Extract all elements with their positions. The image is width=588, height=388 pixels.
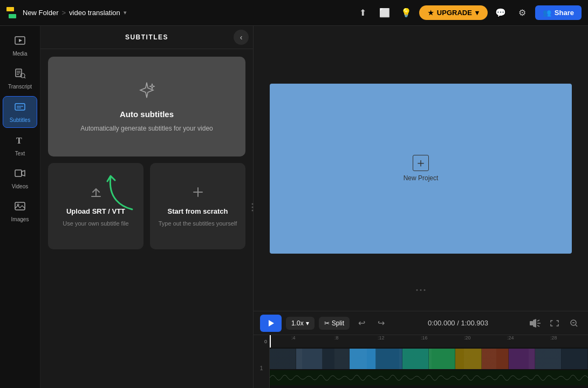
topbar: New Folder > video translation ▾ ⬆ ⬜ 💡 ★… [0,0,588,26]
sidebar-transcript-label: Transcript [8,84,32,90]
svg-line-7 [24,77,25,78]
upload-srt-title: Upload SRT / VTT [66,207,125,215]
undo-button[interactable]: ↩ [354,316,369,331]
svg-rect-8 [15,104,25,110]
zoom-out-button[interactable] [566,316,582,331]
timeline-toolbar: 1.0x ▾ ✂ Split ↩ ↪ 0:00.000 / 1:00.903 [254,311,588,335]
main-layout: Media Transcript [0,26,588,388]
ruler-mark-4: :4 [291,335,296,341]
svg-rect-14 [15,202,25,210]
speed-label: 1.0x [291,319,304,327]
breadcrumb-project[interactable]: video translation [69,9,120,17]
svg-rect-12 [15,170,22,176]
time-display: 0:00.000 / 1:00.903 [428,319,488,327]
playhead [270,335,271,348]
star-icon: ★ [428,9,434,17]
settings-icon[interactable]: ⚙ [514,4,531,22]
preview-container: ＋ New Project [254,26,588,311]
sidebar-item-videos[interactable]: Videos [3,163,37,194]
ruler-mark-8: :8 [334,335,339,341]
sidebar-text-label: Text [15,151,25,156]
new-project-icon[interactable]: ＋ [413,155,429,171]
sidebar-item-media[interactable]: Media [3,30,37,61]
share-link-icon[interactable]: ⬆ [354,4,372,22]
speed-chevron-icon: ▾ [306,319,309,327]
redo-button[interactable]: ↪ [373,316,388,331]
timeline-track[interactable] [270,348,588,388]
svg-marker-13 [22,171,25,176]
sidebar-item-subtitles[interactable]: Subtitles [3,96,37,128]
new-project-label: New Project [404,174,439,182]
video-strip [270,349,588,369]
svg-line-20 [537,325,539,326]
timeline-ruler: 0 :4 :8 :12 :16 :20 :24 :28 :32 :36 :40 … [254,335,588,348]
ruler-mark-24: :24 [507,335,514,341]
upgrade-label: UPGRADE [437,9,472,17]
ruler-mark-28: :28 [550,335,557,341]
images-icon [14,200,26,215]
track-number: 1 [254,348,270,388]
panel-collapse-button[interactable]: ‹ [234,30,249,45]
breadcrumb-folder[interactable]: New Folder [23,9,58,17]
start-scratch-desc: Type out the subtitles yourself [159,220,237,228]
comment-icon[interactable]: 💬 [492,4,509,22]
upload-icon [88,185,104,203]
svg-point-15 [17,204,19,206]
breadcrumb: New Folder > video translation ▾ [23,9,127,17]
split-label: Split [332,319,344,327]
sidebar-item-transcript[interactable]: Transcript [3,63,37,94]
start-scratch-card[interactable]: Start from scratch Type out the subtitle… [150,163,245,249]
share-button[interactable]: 👥 Share [535,5,582,20]
ruler-start: 0 [264,339,267,344]
panel-title: SUBTITLES [125,33,168,41]
svg-line-18 [537,320,539,321]
scissors-icon: ✂ [324,319,330,327]
text-icon: T [14,134,26,149]
panel-resize-handle[interactable] [251,26,254,388]
transcript-icon [14,67,26,82]
resize-handle-dots[interactable] [414,287,428,293]
audio-toggle-button[interactable] [528,316,543,331]
plus-icon [190,185,206,203]
preview-timeline-area: ＋ New Project 1.0x ▾ ✂ Split ↩ [254,26,588,388]
ruler-marks-container: :4 :8 :12 :16 :20 :24 :28 :32 :36 :40 :4… [270,335,588,348]
audio-waveform [270,370,588,385]
ruler-mark-16: :16 [421,335,428,341]
video-preview: ＋ New Project [270,84,572,254]
svg-marker-1 [19,39,22,42]
left-sidebar: Media Transcript [0,26,40,388]
subtitles-panel: SUBTITLES ‹ Auto subtitles Automatically… [40,26,254,388]
svg-point-6 [20,73,25,78]
upload-srt-desc: Use your own subtitle file [63,220,128,228]
preview-icon[interactable]: ⬜ [376,4,393,22]
svg-text:T: T [16,136,22,145]
play-button[interactable] [260,315,282,332]
chevron-down-icon[interactable]: ▾ [124,9,127,16]
svg-marker-16 [269,320,274,326]
lightbulb-icon[interactable]: 💡 [398,4,415,22]
ruler-mark-20: :20 [464,335,471,341]
sidebar-item-text[interactable]: T Text [3,130,37,161]
sidebar-item-images[interactable]: Images [3,196,37,227]
share-people-icon: 👥 [543,9,551,17]
upgrade-chevron-icon: ▾ [475,9,479,17]
speed-selector[interactable]: 1.0x ▾ [286,317,314,330]
auto-subtitles-card[interactable]: Auto subtitles Automatically generate su… [48,57,245,156]
breadcrumb-sep: > [61,9,66,17]
videos-icon [14,167,26,182]
panel-header: SUBTITLES ‹ [40,26,253,49]
sparkle-icon [137,80,156,104]
ruler-mark-12: :12 [378,335,385,341]
upgrade-button[interactable]: ★ UPGRADE ▾ [419,5,488,20]
auto-subtitles-title: Auto subtitles [120,110,174,119]
sidebar-subtitles-label: Subtitles [10,117,30,123]
media-icon [14,35,26,49]
svg-line-23 [576,325,577,326]
timeline-content: 1 [254,348,588,388]
sub-cards-row: Upload SRT / VTT Use your own subtitle f… [48,163,245,249]
sidebar-images-label: Images [11,216,29,222]
fit-to-screen-button[interactable] [547,316,562,331]
time-current: 0:00.000 [428,319,455,327]
upload-srt-card[interactable]: Upload SRT / VTT Use your own subtitle f… [48,163,143,249]
split-button[interactable]: ✂ Split [319,317,350,330]
